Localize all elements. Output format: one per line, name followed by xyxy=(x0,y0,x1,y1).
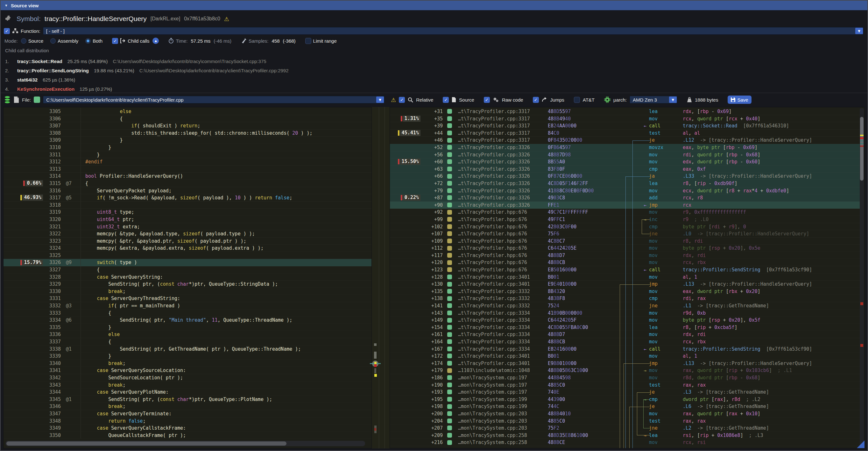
asm-row[interactable]: +167…t\TracyProfiler.cpp:3334E824160000←… xyxy=(390,345,860,353)
save-button[interactable]: Save xyxy=(727,95,751,104)
asm-source-location[interactable]: …t\TracyProfiler.hpp:676 xyxy=(458,259,548,266)
source-line[interactable]: 3325 xyxy=(3,252,371,259)
source-line[interactable]: 3344 case ServerQueryPlotName: xyxy=(3,389,371,396)
source-line[interactable]: 3349 case ServerQueryCallstackFrame: xyxy=(3,425,371,432)
source-line[interactable]: 46.93%3317@5 if( !m_sock->Read( &payload… xyxy=(3,194,371,202)
assembly-vertical-scrollbar[interactable] xyxy=(860,108,864,448)
asm-row[interactable]: +161…t\TracyProfiler.cpp:3334488BD7movrd… xyxy=(390,331,860,338)
asm-row[interactable]: 1.31%+35…t\TracyProfiler.cpp:3317488B494… xyxy=(390,115,860,123)
asm-row[interactable]: +195…mon\TracySystem.cpp:199443900→cmpdw… xyxy=(390,396,860,403)
asm-row[interactable]: +193…mon\TracySystem.cpp:197740Eje.L3 ->… xyxy=(390,389,860,396)
asm-source-location[interactable]: …mon\TracySystem.cpp:197 xyxy=(458,389,548,396)
asm-row[interactable]: +79…t\TracyProfiler.cpp:3326418B8C80E0BF… xyxy=(390,187,860,194)
att-label[interactable]: AT&T xyxy=(583,97,595,102)
jumps-label[interactable]: Jumps xyxy=(550,97,564,102)
asm-source-location[interactable]: …t\TracyProfiler.hpp:676 xyxy=(458,245,548,251)
asm-source-location[interactable]: …t\TracyProfiler.cpp:3332 xyxy=(458,288,548,295)
asm-row[interactable]: +135…t\TracyProfiler.cpp:33328B4320movea… xyxy=(390,288,860,295)
function-select[interactable]: [ - self - ] ▼ xyxy=(43,27,864,35)
child-calls-checkbox[interactable]: ✓ xyxy=(112,38,118,44)
source-line[interactable]: 3327 { xyxy=(3,266,371,274)
asm-row[interactable]: +123…t\TracyProfiler.hpp:676E850160000←c… xyxy=(390,266,860,274)
asm-source-location[interactable]: …t\TracyProfiler.cpp:3317 xyxy=(458,137,548,144)
radio-source-label[interactable]: Source xyxy=(28,38,43,43)
asm-source-location[interactable]: …t\TracyProfiler.cpp:3326 xyxy=(458,187,548,194)
source-line[interactable]: 3348 return false; xyxy=(3,418,371,425)
asm-row[interactable]: +39…t\TracyProfiler.cpp:3317E824AA0000←c… xyxy=(390,122,860,130)
asm-source-location[interactable]: …t\TracyProfiler.cpp:3334 xyxy=(458,338,548,345)
asm-row[interactable]: +31…t\TracyProfiler.cpp:3317488D5597lear… xyxy=(390,108,860,115)
asm-source-location[interactable]: …t\TracyProfiler.hpp:676 xyxy=(458,216,548,223)
asm-row[interactable]: +190…mon\TracySystem.cpp:1974885C0testra… xyxy=(390,382,860,389)
asm-source-location[interactable]: …mon\TracySystem.cpp:199 xyxy=(458,396,548,403)
source-line[interactable]: 3333 { xyxy=(3,309,371,317)
asm-row[interactable]: 45.41%+44…t\TracyProfiler.cpp:331784C0te… xyxy=(390,130,860,137)
asm-source-location[interactable]: …t\TracyProfiler.cpp:3332 xyxy=(458,295,548,302)
asm-row[interactable]: +174…t\TracyProfiler.cpp:3401E9B8010000j… xyxy=(390,360,860,367)
asm-source-location[interactable]: …t\TracyProfiler.cpp:3326 xyxy=(458,158,548,165)
asm-source-location[interactable]: …t\TracyProfiler.hpp:676 xyxy=(458,230,548,237)
source-line[interactable]: 3310 } xyxy=(3,144,371,151)
asm-row[interactable]: +164…t\TracyProfiler.cpp:3334488BCBmovrc… xyxy=(390,338,860,345)
asm-row[interactable]: +99…t\TracyProfiler.hpp:67649FFC1→incr9 … xyxy=(390,216,860,223)
source-line[interactable]: 3323 memcpy( &ptr, &payload.ptr, sizeof(… xyxy=(3,238,371,245)
source-line[interactable]: 3330 break; xyxy=(3,288,371,295)
entry-function-name[interactable]: tracy::Profiler::SendLongString xyxy=(17,68,89,73)
asm-source-location[interactable]: …mon\TracySystem.cpp:203 xyxy=(458,418,548,425)
asm-row[interactable]: +198…mon\TracySystem.cpp:199744Cje.L6 ->… xyxy=(390,403,860,410)
asm-source-location[interactable]: …t\TracyProfiler.cpp:3317 xyxy=(458,122,548,129)
raw-code-label[interactable]: Raw code xyxy=(502,97,523,102)
window-titlebar[interactable]: ▼ Source view xyxy=(1,1,867,10)
asm-row[interactable]: +102…t\TracyProfiler.hpp:67642803C0F00cm… xyxy=(390,223,860,231)
source-line[interactable]: 3307 if( shouldExit ) return; xyxy=(3,122,371,130)
asm-row[interactable]: +186…mon\TracySystem.cpp:197448B4598movr… xyxy=(390,374,860,382)
source-line[interactable]: 3316 ServerQueryPacket payload; xyxy=(3,187,371,194)
raw-code-checkbox[interactable]: ✓ xyxy=(484,97,490,103)
asm-source-location[interactable]: …t\TracyProfiler.hpp:676 xyxy=(458,223,548,230)
asm-source-location[interactable]: …t\TracyProfiler.hpp:676 xyxy=(458,266,548,273)
asm-row[interactable]: +179…1103\include\atomic:1048488B05B63C1… xyxy=(390,367,860,374)
asm-source-location[interactable]: …t\TracyProfiler.cpp:3334 xyxy=(458,324,548,331)
source-line[interactable]: 3347 case ServerQueryTerminate: xyxy=(3,410,371,418)
source-line[interactable]: 3324 memcpy( &extra, &payload.extra, siz… xyxy=(3,245,371,252)
asm-row[interactable]: +138…t\TracyProfiler.cpp:3332483BF8cmprd… xyxy=(390,295,860,302)
asm-row[interactable]: +128…t\TracyProfiler.cpp:3401B001moval, … xyxy=(390,274,860,281)
source-line[interactable]: 3308 std::this_thread::sleep_for( std::c… xyxy=(3,130,371,137)
chevron-down-icon[interactable]: ▼ xyxy=(855,28,863,34)
asm-source-location[interactable]: …t\TracyProfiler.cpp:3334 xyxy=(458,331,548,338)
source-line[interactable]: 3339 } xyxy=(3,353,371,360)
asm-source-location[interactable]: …mon\TracySystem.cpp:258 xyxy=(458,432,548,439)
asm-source-location[interactable]: …t\TracyProfiler.cpp:3332 xyxy=(458,302,548,309)
asm-row[interactable]: 15.50%+60…t\TracyProfiler.cpp:33268B55A0… xyxy=(390,158,860,166)
collapse-triangle-icon[interactable]: ▼ xyxy=(4,3,8,7)
asm-row[interactable]: +63…t\TracyProfiler.cpp:332683F80Fcmpeax… xyxy=(390,166,860,173)
asm-source-location[interactable]: …t\TracyProfiler.hpp:676 xyxy=(458,209,548,216)
asm-row[interactable]: +200…mon\TracySystem.cpp:203488B4010movr… xyxy=(390,410,860,418)
asm-source-location[interactable]: …mon\TracySystem.cpp:258 xyxy=(458,439,548,446)
asm-source-location[interactable]: …mon\TracySystem.cpp:203 xyxy=(458,425,548,431)
asm-source-location[interactable]: …mon\TracySystem.cpp:203 xyxy=(458,410,548,417)
source-line[interactable]: 3311 } xyxy=(3,151,371,159)
pane-splitter[interactable] xyxy=(372,107,390,448)
source-line[interactable]: 0.66%3315@7{ xyxy=(3,180,371,187)
asm-source-location[interactable]: …t\TracyProfiler.cpp:3317 xyxy=(458,115,548,122)
source-line[interactable]: 3314bool Profiler::HandleServerQuery() xyxy=(3,173,371,180)
source-line[interactable]: 3350 QueueCallstackFrame( ptr ); xyxy=(3,432,371,439)
asm-row[interactable]: +141…t\TracyProfiler.cpp:33327524jne.L1 … xyxy=(390,302,860,309)
source-line[interactable]: 3336 else xyxy=(3,331,371,338)
radio-both-label[interactable]: Both xyxy=(93,38,102,43)
source-line[interactable]: 3328 case ServerQueryString: xyxy=(3,274,371,281)
asm-row[interactable]: +143…t\TracyProfiler.cpp:333441B90B00000… xyxy=(390,309,860,317)
child-calls-label[interactable]: Child calls xyxy=(128,38,149,43)
asm-row[interactable]: +154…t\TracyProfiler.cpp:33344C8D055FBA0… xyxy=(390,324,860,331)
radio-both[interactable] xyxy=(85,38,91,43)
asm-row[interactable]: +216…mon\TracySystem.cpp:258488BCEmovrcx… xyxy=(390,439,860,446)
source-line[interactable]: 3337 { xyxy=(3,338,371,345)
asm-row[interactable]: +90…t\TracyProfiler.cpp:3326FFE1←jmprcx xyxy=(390,202,860,209)
source-line[interactable]: 3340 break; xyxy=(3,360,371,367)
source-line[interactable]: 3338@1 SendString( ptr, GetThreadName( p… xyxy=(3,345,371,353)
source-line[interactable]: 3306 { xyxy=(3,115,371,123)
asm-row[interactable]: +120…t\TracyProfiler.hpp:676488BCBmovrcx… xyxy=(390,259,860,266)
asm-source-location[interactable]: …mon\TracySystem.cpp:199 xyxy=(458,403,548,410)
asm-source-location[interactable]: …t\TracyProfiler.cpp:3334 xyxy=(458,309,548,317)
